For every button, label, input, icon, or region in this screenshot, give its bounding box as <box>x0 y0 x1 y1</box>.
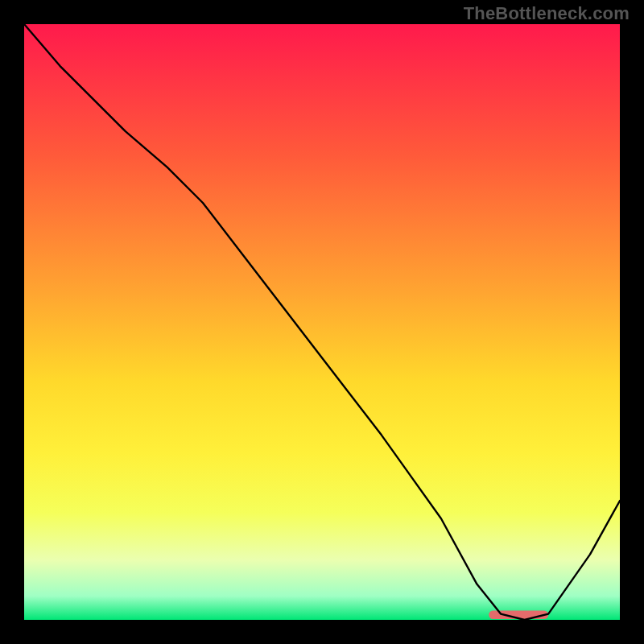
chart-container: TheBottleneck.com <box>0 0 644 644</box>
gradient-background <box>24 24 620 620</box>
watermark-text: TheBottleneck.com <box>464 3 630 24</box>
bottleneck-chart <box>24 24 620 620</box>
plot-area <box>24 24 620 620</box>
